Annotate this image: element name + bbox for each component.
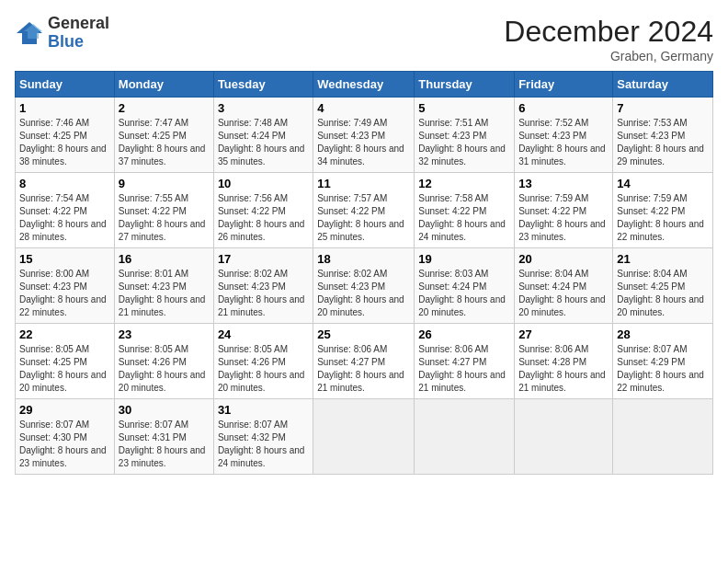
day-number: 8 [19, 177, 110, 190]
day-info: Sunrise: 8:05 AMSunset: 4:26 PMDaylight:… [218, 343, 309, 395]
calendar-cell: 23Sunrise: 8:05 AMSunset: 4:26 PMDayligh… [114, 324, 213, 399]
calendar-cell: 25Sunrise: 8:06 AMSunset: 4:27 PMDayligh… [313, 324, 415, 399]
calendar-cell: 11Sunrise: 7:57 AMSunset: 4:22 PMDayligh… [313, 173, 415, 248]
calendar-table: SundayMondayTuesdayWednesdayThursdayFrid… [15, 71, 713, 475]
calendar-cell [613, 399, 713, 475]
day-number: 25 [317, 327, 410, 341]
day-number: 21 [617, 252, 709, 266]
calendar-cell: 8Sunrise: 7:54 AMSunset: 4:22 PMDaylight… [16, 173, 115, 248]
day-number: 12 [418, 177, 510, 190]
day-info: Sunrise: 8:06 AMSunset: 4:27 PMDaylight:… [418, 343, 510, 395]
day-info: Sunrise: 8:05 AMSunset: 4:25 PMDaylight:… [19, 343, 110, 395]
day-number: 9 [119, 177, 210, 190]
location-text: Graben, Germany [504, 49, 713, 63]
logo: General Blue [15, 15, 109, 52]
calendar-cell: 22Sunrise: 8:05 AMSunset: 4:25 PMDayligh… [16, 324, 115, 399]
calendar-week-row: 29Sunrise: 8:07 AMSunset: 4:30 PMDayligh… [16, 399, 713, 475]
day-number: 27 [518, 327, 609, 341]
day-info: Sunrise: 7:57 AMSunset: 4:22 PMDaylight:… [317, 192, 410, 244]
calendar-cell: 15Sunrise: 8:00 AMSunset: 4:23 PMDayligh… [16, 248, 115, 324]
day-number: 30 [119, 403, 210, 417]
day-info: Sunrise: 7:48 AMSunset: 4:24 PMDaylight:… [218, 117, 309, 168]
calendar-cell: 9Sunrise: 7:55 AMSunset: 4:22 PMDaylight… [114, 173, 213, 248]
day-info: Sunrise: 7:47 AMSunset: 4:25 PMDaylight:… [119, 117, 210, 168]
calendar-cell: 10Sunrise: 7:56 AMSunset: 4:22 PMDayligh… [213, 173, 313, 248]
day-number: 26 [418, 327, 510, 341]
day-info: Sunrise: 8:01 AMSunset: 4:23 PMDaylight:… [119, 268, 210, 319]
day-info: Sunrise: 8:05 AMSunset: 4:26 PMDaylight:… [119, 343, 210, 395]
day-number: 24 [218, 327, 309, 341]
day-number: 19 [418, 252, 510, 266]
day-number: 28 [617, 327, 709, 341]
day-info: Sunrise: 7:59 AMSunset: 4:22 PMDaylight:… [617, 192, 709, 244]
day-number: 22 [19, 327, 110, 341]
day-info: Sunrise: 7:52 AMSunset: 4:23 PMDaylight:… [518, 117, 609, 168]
day-number: 1 [19, 101, 110, 115]
day-info: Sunrise: 7:56 AMSunset: 4:22 PMDaylight:… [218, 192, 309, 244]
day-info: Sunrise: 8:03 AMSunset: 4:24 PMDaylight:… [418, 268, 510, 319]
day-number: 20 [518, 252, 609, 266]
calendar-cell: 29Sunrise: 8:07 AMSunset: 4:30 PMDayligh… [16, 399, 115, 475]
column-header-saturday: Saturday [613, 72, 713, 98]
day-info: Sunrise: 8:02 AMSunset: 4:23 PMDaylight:… [218, 268, 309, 319]
day-number: 11 [317, 177, 410, 190]
day-info: Sunrise: 8:04 AMSunset: 4:24 PMDaylight:… [518, 268, 609, 319]
calendar-week-row: 8Sunrise: 7:54 AMSunset: 4:22 PMDaylight… [16, 173, 713, 248]
calendar-cell: 28Sunrise: 8:07 AMSunset: 4:29 PMDayligh… [613, 324, 713, 399]
logo-blue-text: Blue [48, 33, 109, 52]
day-number: 16 [119, 252, 210, 266]
column-header-friday: Friday [515, 72, 613, 98]
day-number: 2 [119, 101, 210, 115]
day-number: 31 [218, 403, 309, 417]
calendar-cell: 12Sunrise: 7:58 AMSunset: 4:22 PMDayligh… [415, 173, 515, 248]
column-header-thursday: Thursday [415, 72, 515, 98]
day-info: Sunrise: 7:58 AMSunset: 4:22 PMDaylight:… [418, 192, 510, 244]
day-number: 18 [317, 252, 410, 266]
day-info: Sunrise: 7:53 AMSunset: 4:23 PMDaylight:… [617, 117, 709, 168]
day-info: Sunrise: 7:49 AMSunset: 4:23 PMDaylight:… [317, 117, 410, 168]
column-header-tuesday: Tuesday [213, 72, 313, 98]
column-header-wednesday: Wednesday [313, 72, 415, 98]
calendar-cell: 13Sunrise: 7:59 AMSunset: 4:22 PMDayligh… [515, 173, 613, 248]
day-info: Sunrise: 7:59 AMSunset: 4:22 PMDaylight:… [518, 192, 609, 244]
day-info: Sunrise: 8:07 AMSunset: 4:29 PMDaylight:… [617, 343, 709, 395]
calendar-cell [313, 399, 415, 475]
day-number: 7 [617, 101, 709, 115]
day-number: 4 [317, 101, 410, 115]
day-number: 13 [518, 177, 609, 190]
day-number: 29 [19, 403, 110, 417]
calendar-cell: 5Sunrise: 7:51 AMSunset: 4:23 PMDaylight… [415, 98, 515, 173]
column-header-monday: Monday [114, 72, 213, 98]
calendar-cell: 14Sunrise: 7:59 AMSunset: 4:22 PMDayligh… [613, 173, 713, 248]
day-number: 6 [518, 101, 609, 115]
page-container: General Blue December 2024 Graben, Germa… [0, 0, 728, 484]
calendar-cell: 16Sunrise: 8:01 AMSunset: 4:23 PMDayligh… [114, 248, 213, 324]
calendar-cell: 26Sunrise: 8:06 AMSunset: 4:27 PMDayligh… [415, 324, 515, 399]
calendar-cell [515, 399, 613, 475]
column-header-sunday: Sunday [16, 72, 115, 98]
day-info: Sunrise: 8:00 AMSunset: 4:23 PMDaylight:… [19, 268, 110, 319]
calendar-cell: 2Sunrise: 7:47 AMSunset: 4:25 PMDaylight… [114, 98, 213, 173]
header: General Blue December 2024 Graben, Germa… [15, 15, 713, 63]
calendar-cell: 31Sunrise: 8:07 AMSunset: 4:32 PMDayligh… [213, 399, 313, 475]
calendar-header-row: SundayMondayTuesdayWednesdayThursdayFrid… [16, 72, 713, 98]
day-info: Sunrise: 7:54 AMSunset: 4:22 PMDaylight:… [19, 192, 110, 244]
title-block: December 2024 Graben, Germany [504, 15, 713, 63]
day-number: 14 [617, 177, 709, 190]
calendar-cell: 19Sunrise: 8:03 AMSunset: 4:24 PMDayligh… [415, 248, 515, 324]
calendar-cell: 21Sunrise: 8:04 AMSunset: 4:25 PMDayligh… [613, 248, 713, 324]
day-number: 15 [19, 252, 110, 266]
calendar-cell: 20Sunrise: 8:04 AMSunset: 4:24 PMDayligh… [515, 248, 613, 324]
logo-text: General Blue [48, 15, 109, 52]
calendar-cell: 24Sunrise: 8:05 AMSunset: 4:26 PMDayligh… [213, 324, 313, 399]
calendar-cell [415, 399, 515, 475]
day-info: Sunrise: 8:04 AMSunset: 4:25 PMDaylight:… [617, 268, 709, 319]
calendar-cell: 18Sunrise: 8:02 AMSunset: 4:23 PMDayligh… [313, 248, 415, 324]
logo-icon [15, 20, 44, 46]
calendar-cell: 17Sunrise: 8:02 AMSunset: 4:23 PMDayligh… [213, 248, 313, 324]
calendar-cell: 1Sunrise: 7:46 AMSunset: 4:25 PMDaylight… [16, 98, 115, 173]
day-info: Sunrise: 7:55 AMSunset: 4:22 PMDaylight:… [119, 192, 210, 244]
month-year-title: December 2024 [504, 15, 713, 49]
day-info: Sunrise: 7:51 AMSunset: 4:23 PMDaylight:… [418, 117, 510, 168]
calendar-cell: 6Sunrise: 7:52 AMSunset: 4:23 PMDaylight… [515, 98, 613, 173]
